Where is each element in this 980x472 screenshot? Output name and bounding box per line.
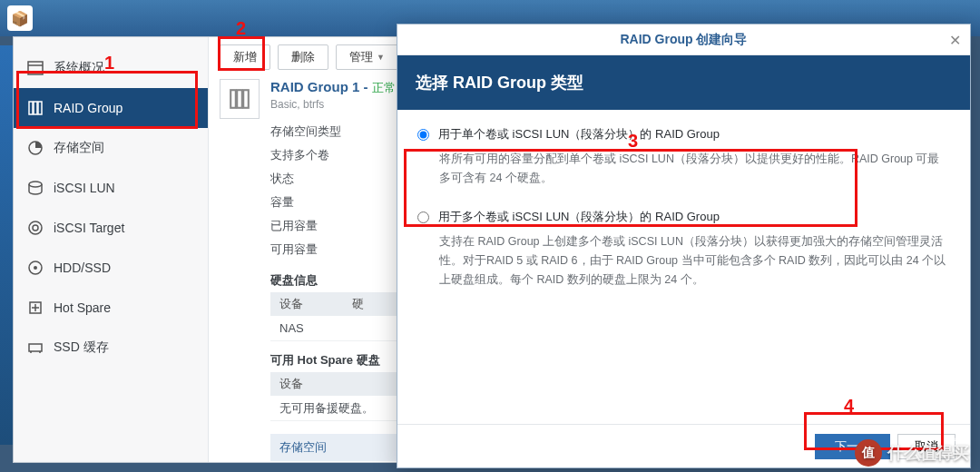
svg-rect-0 xyxy=(28,62,43,74)
sidebar-item-hot-spare[interactable]: Hot Spare xyxy=(14,288,208,328)
svg-point-8 xyxy=(33,225,38,231)
disk-icon xyxy=(26,259,44,277)
wizard-title: RAID Group 创建向导 xyxy=(621,32,748,48)
option-multi-volume[interactable]: 用于多个卷或 iSCSI LUN（段落分块）的 RAID Group xyxy=(417,209,950,225)
svg-rect-17 xyxy=(230,90,236,108)
spare-icon xyxy=(26,299,44,317)
sidebar-item-label: RAID Group xyxy=(54,101,122,115)
sidebar-item-overview[interactable]: 系统概况 xyxy=(14,48,208,88)
sidebar-item-raid-group[interactable]: RAID Group xyxy=(14,88,208,128)
target-icon xyxy=(26,219,44,237)
sidebar-item-storage[interactable]: 存储空间 xyxy=(14,128,208,168)
status-badge: 正常 xyxy=(372,81,396,94)
sidebar-item-label: 系统概况 xyxy=(54,60,104,76)
raid-icon xyxy=(26,99,44,117)
manage-button[interactable]: 管理▼ xyxy=(336,44,398,70)
raid-panel-icon xyxy=(220,79,260,119)
radio-single[interactable] xyxy=(417,129,429,141)
option-label: 用于多个卷或 iSCSI LUN（段落分块）的 RAID Group xyxy=(438,209,720,225)
svg-rect-19 xyxy=(243,90,249,108)
option-label: 用于单个卷或 iSCSI LUN（段落分块）的 RAID Group xyxy=(438,126,720,143)
wizard-body: 用于单个卷或 iSCSI LUN（段落分块）的 RAID Group 将所有可用… xyxy=(397,110,970,424)
watermark-text: 什么值得买 xyxy=(887,442,969,464)
watermark-badge: 值 xyxy=(855,439,882,467)
sidebar-item-label: iSCSI Target xyxy=(54,221,124,235)
close-icon[interactable]: ✕ xyxy=(949,32,961,49)
svg-point-10 xyxy=(34,266,37,270)
radio-multi[interactable] xyxy=(417,211,429,223)
option-single-volume[interactable]: 用于单个卷或 iSCSI LUN（段落分块）的 RAID Group xyxy=(417,126,950,143)
svg-point-7 xyxy=(29,221,42,234)
storage-icon xyxy=(26,139,44,157)
svg-rect-18 xyxy=(237,90,242,108)
sidebar-item-ssd-cache[interactable]: SSD 缓存 xyxy=(14,328,208,368)
sidebar-item-label: iSCSI LUN xyxy=(54,181,115,195)
svg-rect-3 xyxy=(34,102,37,114)
option-desc: 支持在 RAID Group 上创建多个卷或 iSCSI LUN（段落分块）以获… xyxy=(439,232,950,290)
desktop-left-strip xyxy=(0,45,13,445)
watermark: 值 什么值得买 xyxy=(855,439,969,467)
taskbar-app-icon[interactable]: 📦 xyxy=(7,5,33,31)
sidebar-item-label: Hot Spare xyxy=(54,300,111,315)
sidebar-item-iscsi-target[interactable]: iSCSI Target xyxy=(14,208,208,248)
sidebar-item-label: SSD 缓存 xyxy=(54,339,109,356)
sidebar: 系统概况 RAID Group 存储空间 iSCSI LUN iSCSI Tar… xyxy=(14,37,209,462)
svg-point-6 xyxy=(29,182,42,187)
overview-icon xyxy=(26,59,44,77)
ssd-icon xyxy=(26,339,44,357)
svg-rect-2 xyxy=(29,102,33,114)
sidebar-item-label: HDD/SSD xyxy=(54,261,111,275)
sidebar-item-iscsi-lun[interactable]: iSCSI LUN xyxy=(14,168,208,208)
wizard-header: RAID Group 创建向导 ✕ xyxy=(397,25,970,55)
lun-icon xyxy=(26,179,44,197)
chevron-down-icon: ▼ xyxy=(377,53,385,62)
add-button[interactable]: 新增 xyxy=(220,44,270,70)
option-desc: 将所有可用的容量分配到单个卷或 iSCSI LUN（段落分块）以提供更好的性能。… xyxy=(439,150,950,189)
delete-button[interactable]: 删除 xyxy=(278,44,328,70)
wizard-banner: 选择 RAID Group 类型 xyxy=(397,55,970,110)
svg-rect-14 xyxy=(29,344,42,351)
sidebar-item-hdd-ssd[interactable]: HDD/SSD xyxy=(14,248,208,288)
sidebar-item-label: 存储空间 xyxy=(54,140,104,156)
raid-create-wizard: RAID Group 创建向导 ✕ 选择 RAID Group 类型 用于单个卷… xyxy=(397,24,971,468)
manage-label: 管理 xyxy=(349,49,373,65)
svg-rect-4 xyxy=(38,102,42,114)
